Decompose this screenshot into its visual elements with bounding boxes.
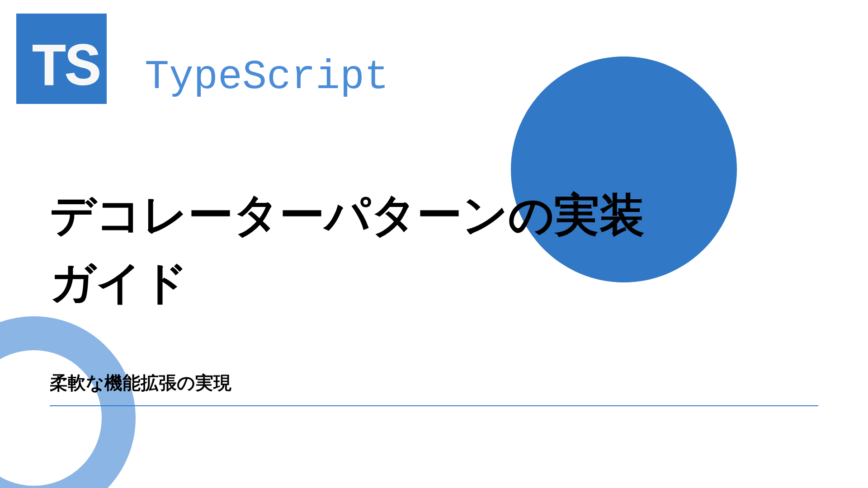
page-title: デコレーターパターンの実装ガイド	[50, 181, 645, 316]
logo-text: TS	[31, 38, 99, 99]
typescript-label: TypeScript	[145, 54, 389, 100]
typescript-logo: TS	[16, 14, 107, 104]
page-subtitle: 柔軟な機能拡張の実現	[50, 371, 818, 406]
